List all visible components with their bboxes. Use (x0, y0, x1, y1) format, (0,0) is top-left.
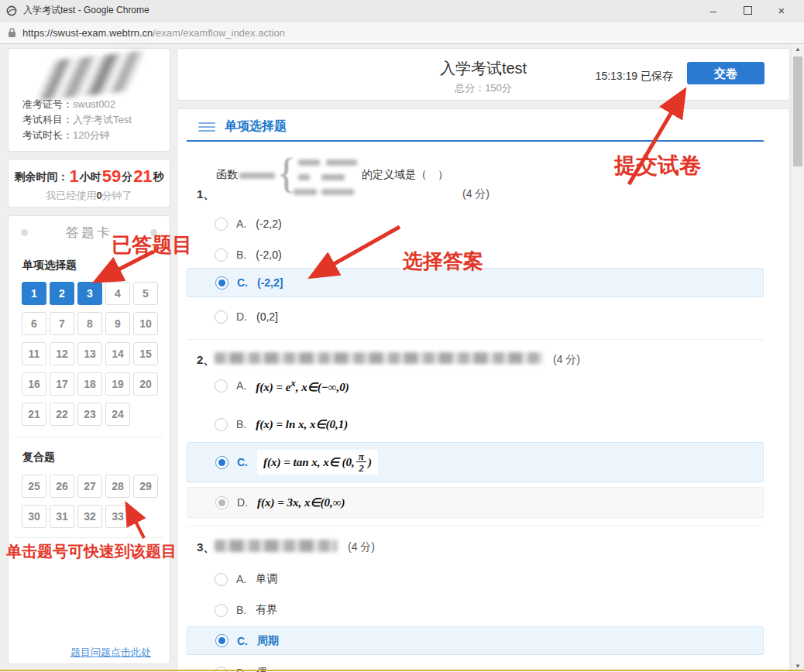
question-number-button-20[interactable]: 20 (133, 372, 158, 396)
time-used-suffix: 分钟了 (102, 190, 132, 201)
section-underline (187, 140, 764, 142)
question-number-button-3[interactable]: 3 (77, 282, 102, 305)
divider (15, 537, 163, 538)
question-number-button-23[interactable]: 23 (77, 403, 102, 426)
scrollbar-thumb[interactable] (793, 57, 802, 166)
question-number-button-33[interactable]: 33 (105, 505, 130, 528)
remaining-hours: 1 (68, 166, 79, 186)
question-number-button-11[interactable]: 11 (22, 342, 46, 365)
q1-option-d[interactable]: D. (0,2] (187, 306, 764, 327)
q1-option-c-radio[interactable] (215, 276, 228, 290)
question-1-suffix: 的定义域是（ ） (362, 168, 448, 182)
exam-duration-row: 考试时长：120分钟 (22, 128, 132, 143)
q3-option-b[interactable]: B. 有界 (187, 599, 764, 621)
q3-option-a-text: 单调 (256, 572, 277, 586)
question-3-number: 3、 (197, 540, 215, 555)
q2-option-a-radio[interactable] (215, 379, 228, 393)
q3-option-c-text: 周期 (257, 634, 279, 648)
url-text: https://swust-exam.webtrn.cn/exam/examfl… (22, 27, 285, 39)
question-number-button-26[interactable]: 26 (50, 475, 74, 498)
q3-option-c-selected[interactable]: C. 周期 (187, 626, 764, 655)
question-number-button-2[interactable]: 2 (50, 282, 74, 305)
q1-option-a-radio[interactable] (215, 218, 228, 231)
q2-option-b-label: B. (236, 418, 246, 430)
question-number-button-28[interactable]: 28 (105, 475, 130, 498)
q3-option-b-radio[interactable] (215, 604, 228, 617)
minutes-unit: 分 (122, 170, 132, 183)
q1-option-a-text: (-2,2) (256, 218, 281, 230)
question-grid-single-choice: 123456789101112131415161718192021222324 (22, 282, 163, 426)
question-number-button-9[interactable]: 9 (105, 312, 130, 335)
question-number-button-18[interactable]: 18 (77, 372, 102, 396)
question-number-button-25[interactable]: 25 (22, 475, 46, 498)
q1-option-b-radio[interactable] (215, 249, 228, 262)
close-button[interactable]: × (770, 4, 793, 17)
q1-option-b[interactable]: B. (-2,0) (187, 244, 764, 266)
q2-option-c-radio[interactable] (215, 456, 228, 469)
question-1-blurred-formula: { (239, 154, 357, 202)
question-number-button-31[interactable]: 31 (50, 505, 74, 528)
exam-page: 准考证号：swust002 考试科目：入学考试Test 考试时长：120分钟 剩… (0, 44, 804, 672)
question-number-button-24[interactable]: 24 (105, 403, 130, 426)
maximize-icon (744, 6, 752, 15)
submit-exam-button[interactable]: 交卷 (687, 62, 764, 84)
q2-option-c-formula: f(x) = tan x, x∈ (0, π2 ) (257, 450, 378, 475)
exam-subject-label: 考试科目： (22, 114, 73, 125)
q3-option-a[interactable]: A. 单调 (187, 568, 764, 590)
q2-option-c-label: C. (237, 456, 248, 468)
question-number-button-32[interactable]: 32 (77, 505, 102, 528)
q2-option-c-selected[interactable]: C. f(x) = tan x, x∈ (0, π2 ) (187, 442, 764, 482)
question-help-link[interactable]: 题目问题点击此处 (70, 646, 151, 660)
q1-option-d-text: (0,2] (256, 310, 278, 323)
question-number-button-29[interactable]: 29 (133, 475, 158, 498)
question-2-blurred-text (215, 352, 543, 364)
profile-card: 准考证号：swust002 考试科目：入学考试Test 考试时长：120分钟 (8, 48, 170, 152)
address-bar[interactable]: https://swust-exam.webtrn.cn/exam/examfl… (0, 22, 804, 44)
question-number-button-30[interactable]: 30 (22, 505, 46, 528)
q2-option-b-radio[interactable] (215, 418, 228, 431)
q2-option-d-radio[interactable] (215, 496, 228, 509)
question-number-button-15[interactable]: 15 (133, 342, 158, 365)
question-number-button-6[interactable]: 6 (22, 312, 46, 335)
maximize-button[interactable] (736, 4, 759, 17)
question-number-button-21[interactable]: 21 (22, 403, 46, 426)
q3-option-a-radio[interactable] (215, 573, 228, 586)
vertical-scrollbar[interactable]: ▲ ▼ (791, 44, 804, 672)
time-used-prefix: 我已经使用 (46, 190, 96, 201)
time-used-number: 0 (96, 190, 101, 201)
window-titlebar: 入学考试test - Google Chrome – × (0, 0, 804, 22)
question-number-button-22[interactable]: 22 (50, 403, 74, 426)
exam-duration-label: 考试时长： (22, 129, 73, 141)
url-host: https://swust-exam.webtrn.cn (22, 27, 153, 39)
candidate-id-label: 准考证号： (22, 98, 73, 110)
question-number-button-8[interactable]: 8 (77, 312, 102, 335)
q2-option-a[interactable]: A. f(x) = ex, x∈(−∞,0) (187, 375, 764, 396)
q2-option-d[interactable]: D. f(x) = 3x, x∈(0,∞) (187, 487, 764, 518)
question-number-button-14[interactable]: 14 (105, 342, 130, 365)
question-number-button-4[interactable]: 4 (105, 282, 130, 305)
question-3-blurred-text (215, 540, 337, 552)
question-number-button-17[interactable]: 17 (50, 372, 74, 396)
q2-option-b[interactable]: B. f(x) = ln x, x∈(0,1) (187, 413, 764, 435)
q1-option-c-selected[interactable]: C. (-2,2] (187, 268, 764, 297)
exam-header-card: 入学考试test 总分：150分 15:13:19 已保存 交卷 (177, 48, 790, 101)
question-number-button-16[interactable]: 16 (22, 372, 46, 396)
scroll-up-arrow-icon[interactable]: ▲ (792, 44, 804, 55)
q1-option-a[interactable]: A. (-2,2) (187, 213, 764, 235)
question-number-button-19[interactable]: 19 (105, 372, 130, 396)
question-number-button-10[interactable]: 10 (133, 312, 158, 335)
q3-option-c-radio[interactable] (215, 634, 228, 647)
q1-option-c-text: (-2,2] (257, 276, 283, 289)
q2-option-d-label: D. (237, 496, 248, 509)
question-number-button-27[interactable]: 27 (77, 475, 102, 498)
question-number-button-12[interactable]: 12 (50, 342, 74, 365)
url-path: /exam/examflow_index.action (153, 27, 285, 39)
minimize-button[interactable]: – (702, 4, 725, 17)
question-number-button-13[interactable]: 13 (77, 342, 102, 365)
exam-duration-value: 120分钟 (73, 129, 110, 141)
question-number-button-5[interactable]: 5 (133, 282, 158, 305)
question-number-button-7[interactable]: 7 (50, 312, 74, 335)
q1-option-d-radio[interactable] (215, 310, 228, 324)
question-number-button-1[interactable]: 1 (22, 282, 46, 305)
q2-option-b-formula: f(x) = ln x, x∈(0,1) (256, 417, 348, 431)
